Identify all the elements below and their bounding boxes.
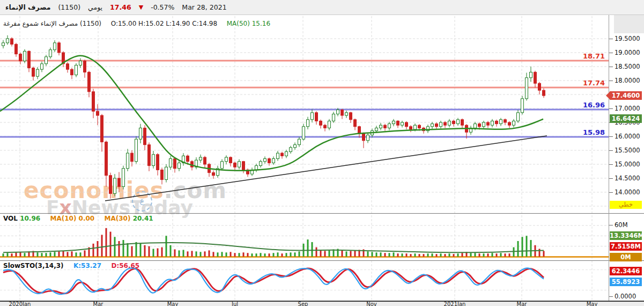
volume-header: VOL 10.96 MA(10) 0.00 MA(30) 20.41 bbox=[3, 215, 153, 222]
month-tick-label: 2021Jan bbox=[444, 302, 466, 306]
chart-title-line: مصرف الإنماء شموع مفرغة (1150) O:15.00 H… bbox=[3, 20, 270, 27]
ma50-value: 15.16 bbox=[252, 20, 270, 27]
vol-ma10-value: 0.00 bbox=[79, 215, 95, 222]
ohlc-readout: O:15.00 H:15.02 L:14.90 C:14.98 bbox=[111, 20, 217, 27]
sto-label: SlowSTO(3,14,3) bbox=[3, 262, 64, 269]
month-tick-label: Nov bbox=[366, 302, 377, 306]
stochastic-header: SlowSTO(3,14,3) K:53.27 D:56.65 bbox=[3, 262, 139, 269]
vol-ma30-value: 20.41 bbox=[133, 215, 153, 222]
ma50-label: MA(50) bbox=[227, 20, 250, 27]
sto-d-value: D:56.65 bbox=[111, 262, 139, 269]
value-badge: 13.3346M bbox=[610, 231, 642, 240]
month-tick-label: Mar bbox=[93, 302, 103, 306]
level-price-label: 17.74 bbox=[573, 79, 605, 87]
chart-title-symbol: (1150) bbox=[80, 20, 101, 27]
sto-k-value: K:53.27 bbox=[73, 262, 101, 269]
month-tick-label: May bbox=[167, 302, 179, 306]
value-badge: 16.6424 bbox=[610, 114, 642, 123]
level-price-label: 18.71 bbox=[573, 52, 605, 60]
value-badge: 7.5158M bbox=[610, 242, 642, 251]
vol-ma30-label: MA(30) bbox=[105, 215, 131, 222]
value-badge: 55.8923 bbox=[610, 278, 642, 286]
vol-ma10-label: MA(10) bbox=[50, 215, 76, 222]
scale-mode-badge[interactable]: خطي bbox=[610, 201, 642, 209]
level-price-label: 15.98 bbox=[573, 128, 605, 136]
month-tick-label: Jul bbox=[232, 302, 238, 306]
chart-window: مصرف الإنماء (1150) يومي 17.46 ▼ -0.57% … bbox=[0, 0, 644, 306]
level-price-label: 16.96 bbox=[573, 101, 605, 109]
value-badge: 17.4600 bbox=[610, 91, 642, 100]
vol-value: 10.96 bbox=[20, 215, 40, 222]
month-tick-label: 2020Jan bbox=[9, 302, 31, 306]
month-tick-label: Mar bbox=[517, 302, 527, 306]
chart-canvas[interactable] bbox=[0, 0, 644, 306]
value-badge: 62.3446 bbox=[610, 267, 642, 275]
chart-title-name: مصرف الإنماء شموع مفرغة bbox=[3, 20, 78, 27]
value-badge: 0M bbox=[610, 253, 642, 261]
vol-label: VOL bbox=[3, 215, 18, 222]
month-tick-label: May bbox=[587, 302, 598, 306]
time-axis[interactable]: 2020JanMarMayJulSepNov2021JanMarMay bbox=[0, 301, 644, 306]
month-tick-label: Sep bbox=[298, 302, 308, 306]
